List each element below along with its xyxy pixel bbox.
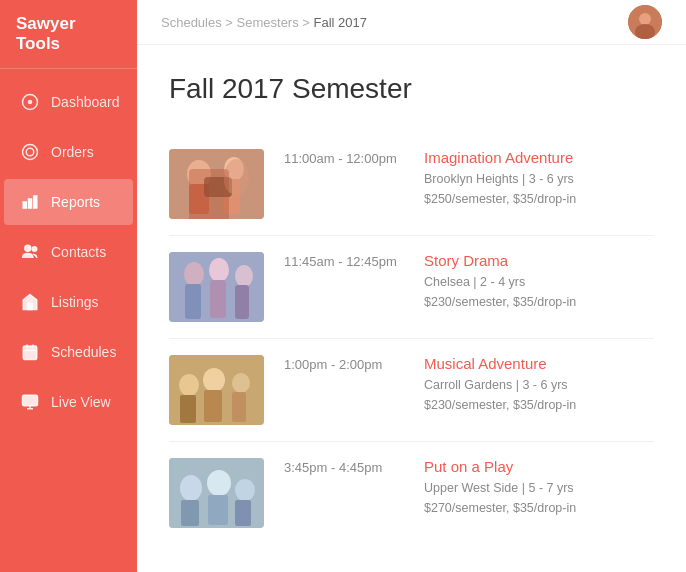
svg-point-25: [209, 258, 229, 282]
svg-point-41: [235, 479, 255, 501]
sidebar-item-dashboard[interactable]: Dashboard: [4, 79, 133, 125]
svg-rect-21: [204, 177, 232, 197]
class-info: Musical Adventure Carroll Gardens | 3 - …: [424, 355, 654, 415]
class-time: 11:00am - 12:00pm: [284, 149, 404, 166]
svg-rect-28: [235, 285, 249, 319]
class-item: 1:00pm - 2:00pm Musical Adventure Carrol…: [169, 339, 654, 442]
svg-rect-26: [210, 280, 226, 318]
sidebar-nav: Dashboard Orders Reports Contacts: [0, 77, 137, 427]
sidebar-item-liveview[interactable]: Live View: [4, 379, 133, 425]
avatar-image: [628, 5, 662, 39]
sidebar-item-label: Schedules: [51, 344, 116, 360]
svg-rect-10: [23, 346, 37, 360]
svg-rect-40: [208, 495, 228, 525]
class-details: Chelsea | 2 - 4 yrs $230/semester, $35/d…: [424, 272, 654, 312]
class-details: Carroll Gardens | 3 - 6 yrs $230/semeste…: [424, 375, 654, 415]
class-info: Imagination Adventure Brooklyn Heights |…: [424, 149, 654, 209]
svg-point-3: [26, 148, 34, 156]
listings-icon: [20, 292, 40, 312]
svg-point-27: [235, 265, 253, 287]
svg-point-17: [187, 160, 211, 188]
svg-point-34: [232, 373, 250, 393]
svg-rect-35: [232, 392, 246, 422]
svg-rect-31: [180, 395, 196, 423]
svg-rect-4: [23, 202, 26, 208]
sidebar-item-listings[interactable]: Listings: [4, 279, 133, 325]
class-ages: 2 - 4 yrs: [480, 275, 525, 289]
class-time: 3:45pm - 4:45pm: [284, 458, 404, 475]
sidebar-item-orders[interactable]: Orders: [4, 129, 133, 175]
class-pricing: $230/semester, $35/drop-in: [424, 398, 576, 412]
svg-rect-33: [204, 390, 222, 422]
svg-point-23: [184, 262, 204, 286]
thumb-image: [169, 458, 264, 528]
thumb-image: [169, 355, 264, 425]
class-details: Upper West Side | 5 - 7 yrs $270/semeste…: [424, 478, 654, 518]
class-location: Brooklyn Heights: [424, 172, 519, 186]
sidebar: Sawyer Tools Dashboard Orders Reports: [0, 0, 137, 572]
sidebar-item-label: Dashboard: [51, 94, 120, 110]
sidebar-item-label: Reports: [51, 194, 100, 210]
svg-point-37: [180, 475, 202, 501]
sidebar-item-contacts[interactable]: Contacts: [4, 229, 133, 275]
class-time: 1:00pm - 2:00pm: [284, 355, 404, 372]
svg-point-2: [23, 145, 38, 160]
svg-point-1: [28, 100, 33, 105]
class-name[interactable]: Put on a Play: [424, 458, 654, 475]
sidebar-item-reports[interactable]: Reports: [4, 179, 133, 225]
svg-point-7: [25, 245, 31, 251]
breadcrumb-current: Fall 2017: [314, 15, 367, 30]
class-location: Chelsea: [424, 275, 470, 289]
svg-rect-18: [189, 184, 209, 214]
thumb-image: [169, 252, 264, 322]
breadcrumb-sep2: >: [302, 15, 313, 30]
class-item: 11:00am - 12:00pm Imagination Adventure …: [169, 133, 654, 236]
svg-rect-42: [235, 500, 251, 526]
avatar[interactable]: [628, 5, 662, 39]
svg-rect-38: [181, 500, 199, 526]
svg-rect-24: [185, 284, 201, 319]
svg-rect-9: [28, 304, 33, 310]
svg-point-39: [207, 470, 231, 496]
contacts-icon: [20, 242, 40, 262]
svg-point-13: [639, 13, 651, 25]
sidebar-item-label: Listings: [51, 294, 98, 310]
liveview-icon: [20, 392, 40, 412]
main-content: Schedules > Semesters > Fall 2017 Fall 2…: [137, 0, 686, 572]
reports-icon: [20, 192, 40, 212]
class-thumbnail: [169, 252, 264, 322]
svg-rect-11: [23, 395, 38, 406]
orders-icon: [20, 142, 40, 162]
svg-point-32: [203, 368, 225, 392]
class-name[interactable]: Musical Adventure: [424, 355, 654, 372]
app-logo: Sawyer Tools: [0, 0, 137, 69]
class-time: 11:45am - 12:45pm: [284, 252, 404, 269]
svg-rect-16: [169, 149, 264, 219]
dashboard-icon: [20, 92, 40, 112]
class-location: Carroll Gardens: [424, 378, 512, 392]
thumb-image: [169, 149, 264, 219]
breadcrumb: Schedules > Semesters > Fall 2017: [161, 15, 367, 30]
content-area: Fall 2017 Semester 11:00am - 12:00pm: [137, 45, 686, 572]
class-pricing: $230/semester, $35/drop-in: [424, 295, 576, 309]
class-thumbnail: [169, 355, 264, 425]
topbar: Schedules > Semesters > Fall 2017: [137, 0, 686, 45]
sidebar-item-label: Contacts: [51, 244, 106, 260]
svg-point-19: [224, 157, 244, 181]
sidebar-item-schedules[interactable]: Schedules: [4, 329, 133, 375]
class-info: Put on a Play Upper West Side | 5 - 7 yr…: [424, 458, 654, 518]
class-ages: 3 - 6 yrs: [522, 378, 567, 392]
class-name[interactable]: Story Drama: [424, 252, 654, 269]
sidebar-item-label: Orders: [51, 144, 94, 160]
sidebar-item-label: Live View: [51, 394, 111, 410]
breadcrumb-semesters[interactable]: Semesters: [237, 15, 299, 30]
class-name[interactable]: Imagination Adventure: [424, 149, 654, 166]
class-list: 11:00am - 12:00pm Imagination Adventure …: [169, 133, 654, 544]
class-pricing: $270/semester, $35/drop-in: [424, 501, 576, 515]
class-ages: 5 - 7 yrs: [528, 481, 573, 495]
class-item: 3:45pm - 4:45pm Put on a Play Upper West…: [169, 442, 654, 544]
breadcrumb-sep1: >: [225, 15, 236, 30]
breadcrumb-schedules[interactable]: Schedules: [161, 15, 222, 30]
class-item: 11:45am - 12:45pm Story Drama Chelsea | …: [169, 236, 654, 339]
class-location: Upper West Side: [424, 481, 518, 495]
